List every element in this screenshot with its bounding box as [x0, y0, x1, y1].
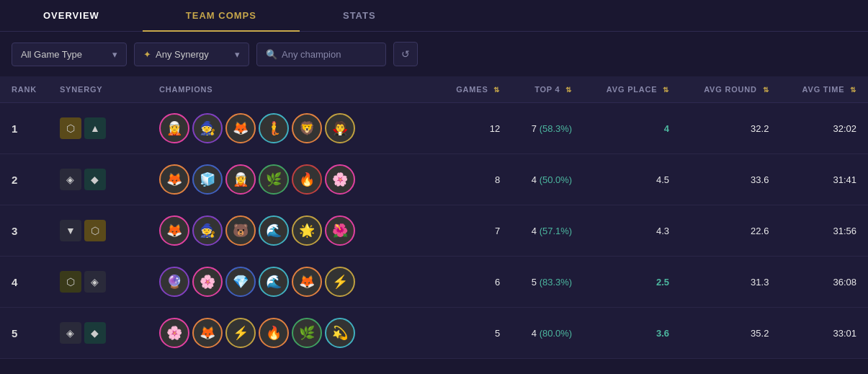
avg-place-value: 4.3 [583, 205, 681, 257]
games-value: 8 [436, 154, 511, 205]
synergy-dropdown[interactable]: ✦ Any Synergy ▾ [134, 43, 249, 66]
synergy-cell: ▼⬡ [48, 205, 148, 257]
reset-button[interactable]: ↺ [393, 42, 418, 66]
champions-cell: 🦊🧙🐻🌊🌟🌺 [148, 205, 436, 257]
champion-avatar[interactable]: 🦊 [292, 267, 322, 297]
champion-avatar[interactable]: 💫 [325, 318, 355, 348]
table-row: 5◈◆🌸🦊⚡🔥🌿💫54 (80.0%)3.635.233:01 [0, 308, 868, 359]
champion-avatar[interactable]: 🦊 [159, 164, 189, 195]
top4-value: 5 (83.3%) [511, 257, 583, 308]
filter-bar: All Game Type ▾ ✦ Any Synergy ▾ 🔍 ↺ [0, 32, 868, 76]
synergy-badge: ◆ [84, 322, 106, 344]
avg-place-value: 4 [583, 103, 681, 154]
champion-avatar[interactable]: 🌊 [259, 215, 289, 246]
chevron-down-icon: ▾ [235, 49, 240, 60]
rank-cell: 4 [0, 257, 48, 308]
team-comps-table: RANK SYNERGY CHAMPIONS GAMES ⇅ TOP 4 ⇅ A… [0, 76, 868, 366]
chevron-down-icon: ▾ [112, 49, 117, 60]
champion-avatar[interactable]: 🦊 [159, 215, 189, 246]
champion-avatar[interactable]: ⚡ [225, 318, 256, 348]
champion-search[interactable]: 🔍 [256, 43, 386, 66]
col-top4[interactable]: TOP 4 ⇅ [511, 76, 583, 103]
synergy-badge: ◈ [60, 169, 81, 190]
table-row: 3▼⬡🦊🧙🐻🌊🌟🌺74 (57.1%)4.322.631:56 [0, 205, 868, 257]
champion-avatar[interactable]: 🧛 [325, 113, 355, 143]
rank-cell: 2 [0, 154, 48, 205]
champion-input[interactable] [282, 49, 368, 60]
synergy-badge: ◈ [60, 322, 81, 344]
table-header: RANK SYNERGY CHAMPIONS GAMES ⇅ TOP 4 ⇅ A… [0, 76, 868, 103]
avg-place-value: 2.5 [583, 257, 681, 308]
avg-time-value: 31:56 [780, 205, 868, 257]
col-avg-time[interactable]: AVG TIME ⇅ [780, 76, 868, 103]
table-row: 4⬡◈🔮🌸💎🌊🦊⚡65 (83.3%)2.531.336:08 [0, 257, 868, 308]
games-value: 12 [436, 103, 511, 154]
rank-cell: 3 [0, 205, 48, 257]
avg-time-value: 32:02 [780, 103, 868, 154]
champion-avatar[interactable]: 🌸 [159, 318, 189, 348]
synergy-cell: ⬡▲ [48, 103, 148, 154]
tab-team-comps[interactable]: TEAM COMPS [143, 0, 300, 31]
synergy-cell: ◈◆ [48, 308, 148, 359]
game-type-dropdown[interactable]: All Game Type ▾ [12, 43, 127, 66]
champion-avatar[interactable]: 🧊 [192, 164, 223, 195]
avg-time-value: 36:08 [780, 257, 868, 308]
synergy-label: Any Synergy [156, 49, 209, 60]
champion-avatar[interactable]: 🔮 [159, 267, 189, 297]
avg-place-value: 3.6 [583, 308, 681, 359]
champion-avatar[interactable]: 🐻 [225, 215, 256, 246]
col-avg-place[interactable]: AVG PLACE ⇅ [583, 76, 681, 103]
synergy-badge: ⬡ [84, 220, 106, 241]
champions-cell: 🦊🧊🧝🌿🔥🌸 [148, 154, 436, 205]
sort-icon: ⇅ [763, 86, 769, 94]
champion-avatar[interactable]: 🧝 [225, 164, 256, 195]
tab-overview[interactable]: OVERVIEW [0, 0, 143, 31]
champion-avatar[interactable]: 🦁 [292, 113, 322, 143]
synergy-cell: ◈◆ [48, 154, 148, 205]
champion-avatar[interactable]: 🌿 [259, 164, 289, 195]
rank-cell: 1 [0, 103, 48, 154]
champion-avatar[interactable]: 🧙 [192, 215, 223, 246]
games-value: 5 [436, 308, 511, 359]
top4-value: 4 (80.0%) [511, 308, 583, 359]
champion-avatar[interactable]: 🧙 [192, 113, 223, 143]
champion-avatar[interactable]: 🔥 [292, 164, 322, 195]
sort-icon: ⇅ [493, 86, 500, 94]
champion-avatar[interactable]: 🌸 [325, 164, 355, 195]
champion-avatar[interactable]: 🌊 [259, 267, 289, 297]
avg-place-value: 4.5 [583, 154, 681, 205]
col-synergy: SYNERGY [48, 76, 148, 103]
tab-stats[interactable]: STATS [300, 0, 419, 31]
champion-avatar[interactable]: 🌿 [292, 318, 322, 348]
synergy-badge: ⬡ [60, 117, 81, 139]
champion-avatar[interactable]: 🔥 [259, 318, 289, 348]
synergy-badge: ◈ [84, 271, 106, 293]
col-avg-round[interactable]: AVG ROUND ⇅ [681, 76, 780, 103]
champions-cell: 🧝🧙🦊🧜🦁🧛 [148, 103, 436, 154]
champion-avatar[interactable]: 🦊 [192, 318, 223, 348]
champion-avatar[interactable]: 🌺 [325, 215, 355, 246]
table-row: 2◈◆🦊🧊🧝🌿🔥🌸84 (50.0%)4.533.631:41 [0, 154, 868, 205]
col-rank: RANK [0, 76, 48, 103]
synergy-badge: ◆ [84, 169, 106, 190]
avg-round-value: 31.3 [681, 257, 780, 308]
champion-avatar[interactable]: 💎 [225, 267, 256, 297]
top4-value: 4 (50.0%) [511, 154, 583, 205]
champion-avatar[interactable]: 🧝 [159, 113, 189, 143]
champion-avatar[interactable]: 🧜 [259, 113, 289, 143]
synergy-icon: ✦ [143, 49, 151, 60]
champion-avatar[interactable]: ⚡ [325, 267, 355, 297]
top4-value: 4 (57.1%) [511, 205, 583, 257]
col-games[interactable]: GAMES ⇅ [436, 76, 511, 103]
table-row: 1⬡▲🧝🧙🦊🧜🦁🧛127 (58.3%)432.232:02 [0, 103, 868, 154]
top4-value: 7 (58.3%) [511, 103, 583, 154]
game-type-label: All Game Type [21, 49, 82, 60]
avg-round-value: 33.6 [681, 154, 780, 205]
champion-avatar[interactable]: 🌸 [192, 267, 223, 297]
avg-round-value: 32.2 [681, 103, 780, 154]
synergy-badge: ▲ [84, 117, 106, 139]
sort-icon: ⇅ [565, 86, 572, 94]
avg-time-value: 31:41 [780, 154, 868, 205]
champion-avatar[interactable]: 🌟 [292, 215, 322, 246]
champion-avatar[interactable]: 🦊 [225, 113, 256, 143]
